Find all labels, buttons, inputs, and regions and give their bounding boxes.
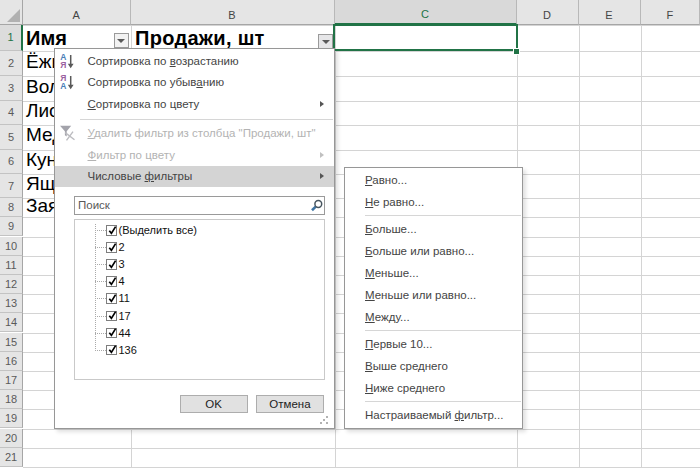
svg-text:Я: Я [60,60,66,69]
svg-text:А: А [60,82,66,91]
